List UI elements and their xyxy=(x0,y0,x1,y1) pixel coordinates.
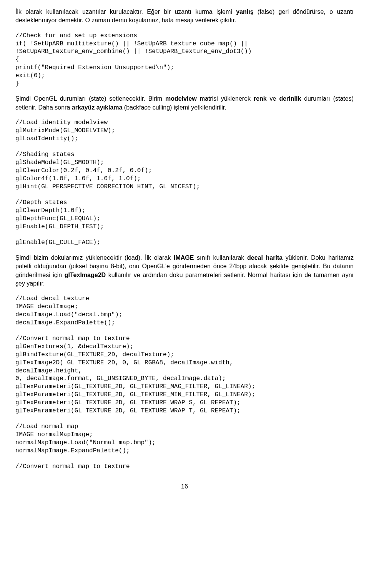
code-block-1: //Check for and set up extensions if( !S… xyxy=(15,32,354,88)
text: Şimdi OpenGL durumları (state) setlenece… xyxy=(15,95,165,102)
bold-text: yanlış xyxy=(236,8,253,15)
paragraph-1: İlk olarak kullanılacak uzantılar kurula… xyxy=(15,8,354,25)
text: matrisi yüklenerek xyxy=(197,95,254,102)
paragraph-2: Şimdi OpenGL durumları (state) setlenece… xyxy=(15,95,354,112)
page-number: 16 xyxy=(15,482,354,491)
text: Şimdi bizim dokularımız yüklenecektir (l… xyxy=(15,254,174,261)
code-block-3: //Load decal texture IMAGE decalImage; d… xyxy=(15,295,354,471)
bold-text: IMAGE xyxy=(174,254,194,261)
text: (backface culling) işlemi yetkilendirili… xyxy=(122,104,226,111)
paragraph-3: Şimdi bizim dokularımız yüklenecektir (l… xyxy=(15,254,354,288)
text: sınıfı kullanılarak xyxy=(194,254,247,261)
text: İlk olarak kullanılacak uzantılar kurula… xyxy=(15,8,236,15)
bold-text: arkayüz ayıklama xyxy=(72,104,123,111)
text: ve xyxy=(267,95,279,102)
code-block-2: //Load identity modelview glMatrixMode(G… xyxy=(15,119,354,247)
bold-text: modelview xyxy=(165,95,197,102)
bold-text: derinlik xyxy=(279,95,301,102)
bold-text: glTexImage2D xyxy=(65,272,106,278)
bold-text: renk xyxy=(254,95,267,102)
bold-text: decal harita xyxy=(247,254,283,261)
